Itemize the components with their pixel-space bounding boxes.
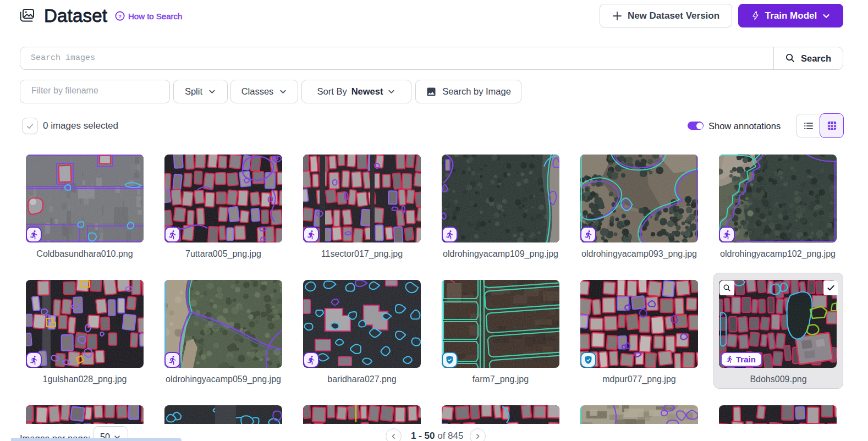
svg-text:?: ? bbox=[118, 13, 122, 19]
